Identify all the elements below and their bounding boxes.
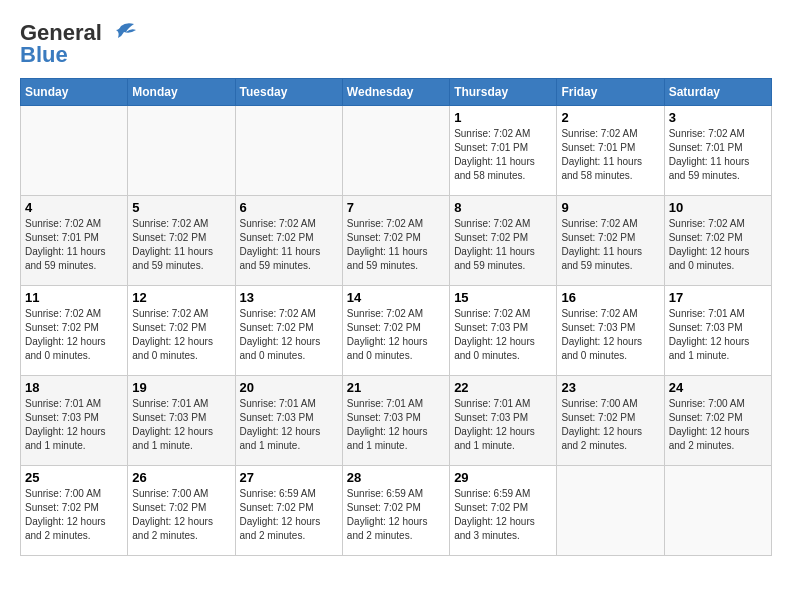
day-info: Sunrise: 7:02 AMSunset: 7:01 PMDaylight:… <box>669 127 767 183</box>
logo: General Blue <box>20 20 136 68</box>
calendar-cell: 6Sunrise: 7:02 AMSunset: 7:02 PMDaylight… <box>235 196 342 286</box>
calendar-cell: 22Sunrise: 7:01 AMSunset: 7:03 PMDayligh… <box>450 376 557 466</box>
day-info: Sunrise: 7:02 AMSunset: 7:01 PMDaylight:… <box>454 127 552 183</box>
calendar-cell: 11Sunrise: 7:02 AMSunset: 7:02 PMDayligh… <box>21 286 128 376</box>
day-info: Sunrise: 7:01 AMSunset: 7:03 PMDaylight:… <box>454 397 552 453</box>
day-info: Sunrise: 7:02 AMSunset: 7:02 PMDaylight:… <box>347 217 445 273</box>
day-info: Sunrise: 7:00 AMSunset: 7:02 PMDaylight:… <box>132 487 230 543</box>
weekday-header-monday: Monday <box>128 79 235 106</box>
day-info: Sunrise: 6:59 AMSunset: 7:02 PMDaylight:… <box>240 487 338 543</box>
day-info: Sunrise: 7:02 AMSunset: 7:01 PMDaylight:… <box>25 217 123 273</box>
calendar-table: SundayMondayTuesdayWednesdayThursdayFrid… <box>20 78 772 556</box>
day-number: 19 <box>132 380 230 395</box>
calendar-cell <box>557 466 664 556</box>
day-info: Sunrise: 7:01 AMSunset: 7:03 PMDaylight:… <box>347 397 445 453</box>
logo-bird-icon <box>106 22 136 44</box>
day-info: Sunrise: 7:02 AMSunset: 7:02 PMDaylight:… <box>347 307 445 363</box>
calendar-cell: 8Sunrise: 7:02 AMSunset: 7:02 PMDaylight… <box>450 196 557 286</box>
day-number: 6 <box>240 200 338 215</box>
calendar-cell: 17Sunrise: 7:01 AMSunset: 7:03 PMDayligh… <box>664 286 771 376</box>
calendar-cell <box>128 106 235 196</box>
calendar-cell: 29Sunrise: 6:59 AMSunset: 7:02 PMDayligh… <box>450 466 557 556</box>
day-info: Sunrise: 7:01 AMSunset: 7:03 PMDaylight:… <box>132 397 230 453</box>
calendar-cell: 1Sunrise: 7:02 AMSunset: 7:01 PMDaylight… <box>450 106 557 196</box>
day-info: Sunrise: 7:02 AMSunset: 7:02 PMDaylight:… <box>132 217 230 273</box>
day-number: 23 <box>561 380 659 395</box>
calendar-cell: 28Sunrise: 6:59 AMSunset: 7:02 PMDayligh… <box>342 466 449 556</box>
week-row-3: 18Sunrise: 7:01 AMSunset: 7:03 PMDayligh… <box>21 376 772 466</box>
weekday-header-sunday: Sunday <box>21 79 128 106</box>
day-info: Sunrise: 7:01 AMSunset: 7:03 PMDaylight:… <box>25 397 123 453</box>
day-number: 18 <box>25 380 123 395</box>
weekday-header-thursday: Thursday <box>450 79 557 106</box>
calendar-cell: 7Sunrise: 7:02 AMSunset: 7:02 PMDaylight… <box>342 196 449 286</box>
day-number: 3 <box>669 110 767 125</box>
day-info: Sunrise: 7:02 AMSunset: 7:02 PMDaylight:… <box>669 217 767 273</box>
day-info: Sunrise: 7:00 AMSunset: 7:02 PMDaylight:… <box>669 397 767 453</box>
week-row-1: 4Sunrise: 7:02 AMSunset: 7:01 PMDaylight… <box>21 196 772 286</box>
day-number: 29 <box>454 470 552 485</box>
logo-blue: Blue <box>20 42 68 68</box>
week-row-0: 1Sunrise: 7:02 AMSunset: 7:01 PMDaylight… <box>21 106 772 196</box>
calendar-cell: 23Sunrise: 7:00 AMSunset: 7:02 PMDayligh… <box>557 376 664 466</box>
calendar-cell: 4Sunrise: 7:02 AMSunset: 7:01 PMDaylight… <box>21 196 128 286</box>
day-number: 9 <box>561 200 659 215</box>
calendar-cell: 25Sunrise: 7:00 AMSunset: 7:02 PMDayligh… <box>21 466 128 556</box>
day-number: 11 <box>25 290 123 305</box>
weekday-header-row: SundayMondayTuesdayWednesdayThursdayFrid… <box>21 79 772 106</box>
day-number: 10 <box>669 200 767 215</box>
weekday-header-saturday: Saturday <box>664 79 771 106</box>
calendar-cell: 3Sunrise: 7:02 AMSunset: 7:01 PMDaylight… <box>664 106 771 196</box>
day-info: Sunrise: 7:02 AMSunset: 7:02 PMDaylight:… <box>240 307 338 363</box>
day-info: Sunrise: 7:02 AMSunset: 7:03 PMDaylight:… <box>561 307 659 363</box>
week-row-4: 25Sunrise: 7:00 AMSunset: 7:02 PMDayligh… <box>21 466 772 556</box>
day-number: 14 <box>347 290 445 305</box>
calendar-cell: 12Sunrise: 7:02 AMSunset: 7:02 PMDayligh… <box>128 286 235 376</box>
week-row-2: 11Sunrise: 7:02 AMSunset: 7:02 PMDayligh… <box>21 286 772 376</box>
day-number: 25 <box>25 470 123 485</box>
day-number: 21 <box>347 380 445 395</box>
header: General Blue <box>20 20 772 68</box>
calendar-cell <box>21 106 128 196</box>
day-info: Sunrise: 7:01 AMSunset: 7:03 PMDaylight:… <box>240 397 338 453</box>
calendar-cell: 18Sunrise: 7:01 AMSunset: 7:03 PMDayligh… <box>21 376 128 466</box>
day-number: 20 <box>240 380 338 395</box>
calendar-cell: 27Sunrise: 6:59 AMSunset: 7:02 PMDayligh… <box>235 466 342 556</box>
day-info: Sunrise: 7:02 AMSunset: 7:02 PMDaylight:… <box>132 307 230 363</box>
day-number: 4 <box>25 200 123 215</box>
calendar-cell: 2Sunrise: 7:02 AMSunset: 7:01 PMDaylight… <box>557 106 664 196</box>
day-number: 7 <box>347 200 445 215</box>
calendar-cell: 10Sunrise: 7:02 AMSunset: 7:02 PMDayligh… <box>664 196 771 286</box>
day-info: Sunrise: 7:00 AMSunset: 7:02 PMDaylight:… <box>25 487 123 543</box>
weekday-header-tuesday: Tuesday <box>235 79 342 106</box>
day-info: Sunrise: 7:02 AMSunset: 7:03 PMDaylight:… <box>454 307 552 363</box>
weekday-header-friday: Friday <box>557 79 664 106</box>
day-number: 2 <box>561 110 659 125</box>
day-info: Sunrise: 7:01 AMSunset: 7:03 PMDaylight:… <box>669 307 767 363</box>
day-info: Sunrise: 7:02 AMSunset: 7:02 PMDaylight:… <box>454 217 552 273</box>
day-number: 8 <box>454 200 552 215</box>
day-number: 1 <box>454 110 552 125</box>
day-number: 22 <box>454 380 552 395</box>
calendar-cell: 24Sunrise: 7:00 AMSunset: 7:02 PMDayligh… <box>664 376 771 466</box>
calendar-cell: 21Sunrise: 7:01 AMSunset: 7:03 PMDayligh… <box>342 376 449 466</box>
day-number: 17 <box>669 290 767 305</box>
calendar-cell: 13Sunrise: 7:02 AMSunset: 7:02 PMDayligh… <box>235 286 342 376</box>
calendar-cell <box>235 106 342 196</box>
day-info: Sunrise: 6:59 AMSunset: 7:02 PMDaylight:… <box>454 487 552 543</box>
day-info: Sunrise: 7:00 AMSunset: 7:02 PMDaylight:… <box>561 397 659 453</box>
day-number: 15 <box>454 290 552 305</box>
day-info: Sunrise: 7:02 AMSunset: 7:02 PMDaylight:… <box>25 307 123 363</box>
day-number: 12 <box>132 290 230 305</box>
day-number: 13 <box>240 290 338 305</box>
calendar-cell: 14Sunrise: 7:02 AMSunset: 7:02 PMDayligh… <box>342 286 449 376</box>
calendar-cell: 9Sunrise: 7:02 AMSunset: 7:02 PMDaylight… <box>557 196 664 286</box>
calendar-cell: 19Sunrise: 7:01 AMSunset: 7:03 PMDayligh… <box>128 376 235 466</box>
calendar-cell: 26Sunrise: 7:00 AMSunset: 7:02 PMDayligh… <box>128 466 235 556</box>
day-number: 5 <box>132 200 230 215</box>
day-info: Sunrise: 6:59 AMSunset: 7:02 PMDaylight:… <box>347 487 445 543</box>
calendar-cell: 20Sunrise: 7:01 AMSunset: 7:03 PMDayligh… <box>235 376 342 466</box>
day-number: 24 <box>669 380 767 395</box>
calendar-cell: 16Sunrise: 7:02 AMSunset: 7:03 PMDayligh… <box>557 286 664 376</box>
day-number: 26 <box>132 470 230 485</box>
